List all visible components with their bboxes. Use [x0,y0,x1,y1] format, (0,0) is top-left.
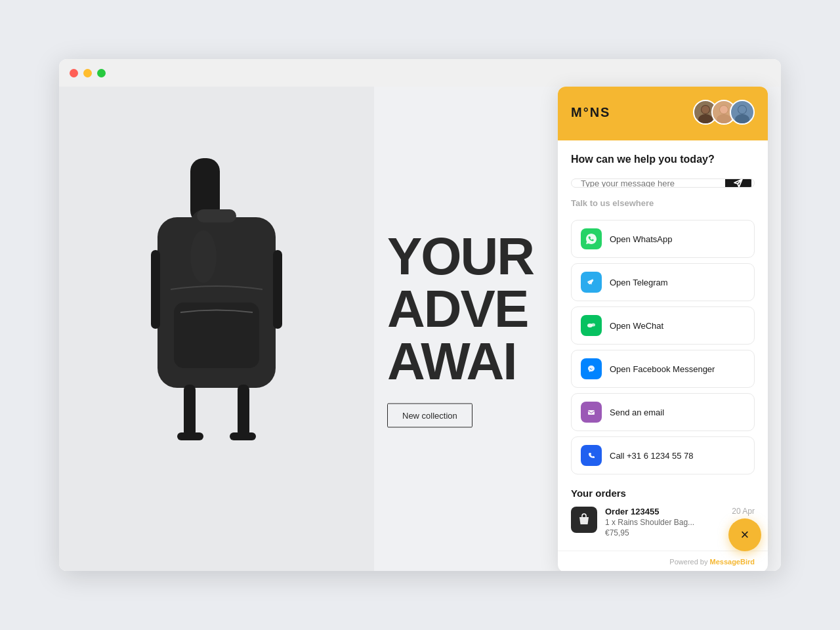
order-details: Order 123455 1 x Rains Shoulder Bag... €… [605,507,724,537]
send-icon [733,178,744,188]
telegram-button[interactable]: Open Telegram [571,263,755,301]
wechat-label: Open WeChat [610,321,663,331]
wechat-button[interactable]: Open WeChat [571,306,755,345]
svg-point-19 [735,114,749,123]
svg-rect-9 [177,432,203,440]
svg-rect-10 [230,432,256,440]
chat-body: How can we help you today? Talk to us el… [558,140,768,551]
chat-help-title: How can we help you today? [571,154,755,165]
svg-point-20 [738,106,746,114]
svg-rect-7 [184,385,196,437]
order-item: Order 123455 1 x Rains Shoulder Bag... €… [571,507,755,537]
svg-point-24 [591,324,595,327]
chat-header: M°NS [558,87,768,140]
browser-window: M°NS [59,59,781,571]
backpack-svg [112,158,322,499]
svg-point-17 [720,106,728,114]
order-price: €75,95 [605,528,724,537]
whatsapp-icon [581,228,602,249]
orders-section: Your orders Order 123455 1 x Rains Shoul… [571,488,755,537]
order-date: 20 Apr [732,507,755,516]
messenger-button[interactable]: Open Facebook Messenger [571,350,755,388]
svg-point-13 [698,114,713,123]
new-collection-button[interactable]: New collection [387,404,472,428]
footer-prefix: Powered by [669,558,709,566]
window-fullscreen-dot[interactable] [97,69,106,77]
talk-elsewhere-title: Talk to us elsewhere [571,198,755,208]
contacts-list: Open WhatsApp Open Telegram [571,220,755,474]
order-description: 1 x Rains Shoulder Bag... [605,518,724,527]
svg-rect-27 [588,410,595,415]
orders-title: Your orders [571,488,755,499]
whatsapp-label: Open WhatsApp [610,234,672,244]
messenger-icon [581,358,602,379]
svg-point-11 [190,230,217,283]
email-label: Send an email [610,408,664,417]
phone-icon [581,445,602,466]
telegram-icon [581,272,602,293]
messagebird-link[interactable]: MessageBird [710,558,755,566]
avatar-3 [730,100,755,125]
chat-brand-name: M°NS [571,105,610,120]
svg-rect-6 [273,250,282,329]
svg-rect-5 [151,250,160,329]
email-button[interactable]: Send an email [571,393,755,431]
svg-rect-8 [238,385,249,437]
phone-label: Call +31 6 1234 55 78 [610,451,694,461]
phone-button[interactable]: Call +31 6 1234 55 78 [571,436,755,474]
window-close-dot[interactable] [70,69,78,77]
backpack-image [59,87,374,571]
browser-content: M°NS [59,87,781,571]
close-widget-button[interactable]: × [728,518,761,551]
svg-point-14 [702,106,709,114]
browser-chrome [59,59,781,87]
talk-elsewhere-section: Talk to us elsewhere [571,198,755,209]
message-input-area [571,178,755,188]
order-bag-icon [571,507,597,533]
order-number: Order 123455 [605,507,724,516]
svg-rect-3 [197,209,236,222]
telegram-label: Open Telegram [610,278,668,287]
window-minimize-dot[interactable] [83,69,92,77]
svg-point-16 [717,114,731,123]
send-button[interactable] [725,178,751,188]
chat-widget: M°NS [558,87,768,571]
messenger-label: Open Facebook Messenger [610,364,715,374]
wechat-icon [581,315,602,336]
message-input[interactable] [572,178,723,188]
svg-point-28 [586,450,597,461]
whatsapp-button[interactable]: Open WhatsApp [571,220,755,258]
chat-avatars [693,100,755,125]
chat-footer: Powered by MessageBird [558,551,768,571]
svg-rect-4 [174,303,259,368]
email-icon [581,402,602,423]
